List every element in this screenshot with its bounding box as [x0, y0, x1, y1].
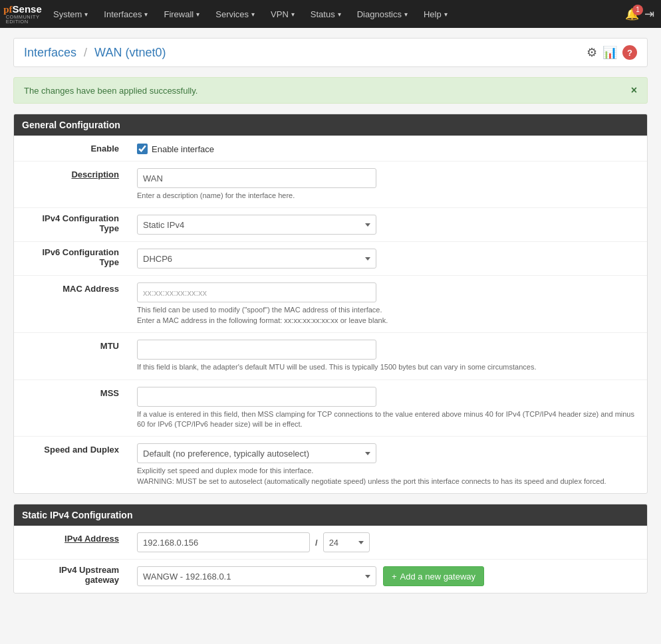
pfsense-logo: pfSense COMMUNITY EDITION [7, 3, 39, 25]
static-ipv4-header: Static IPv4 Configuration [14, 504, 647, 526]
mtu-input-cell: If this field is blank, the adapter's de… [127, 333, 647, 379]
nav-diagnostics[interactable]: Diagnostics ▾ [349, 0, 416, 28]
ipv4-address-row-inner: 192.168.0.156 / 32313029 28272625 242322… [137, 532, 639, 552]
mac-input[interactable] [137, 282, 376, 302]
mtu-row: MTU If this field is blank, the adapter'… [14, 333, 647, 379]
plus-icon: + [392, 572, 397, 582]
speed-duplex-input-cell: Default (no preference, typically autose… [127, 437, 647, 493]
speed-duplex-label: Speed and Duplex [14, 437, 127, 493]
cidr-select[interactable]: 32313029 28272625 24232221 20191817 16 [323, 532, 370, 552]
add-gateway-button[interactable]: + Add a new gateway [383, 566, 484, 586]
general-config-table: Enable Enable interface Description WAN … [14, 136, 647, 493]
nav-services[interactable]: Services ▾ [207, 0, 263, 28]
mac-input-cell: This field can be used to modify ("spoof… [127, 276, 647, 333]
ipv4-address-label: IPv4 Address [14, 526, 127, 560]
nav-status[interactable]: Status ▾ [303, 0, 349, 28]
ipv4-address-row: IPv4 Address 192.168.0.156 / 32313029 28… [14, 526, 647, 560]
description-input[interactable]: WAN [137, 168, 376, 188]
ipv4-type-select[interactable]: Static IPv4 DHCP None PPPoE [137, 215, 376, 235]
nav-firewall[interactable]: Firewall ▾ [156, 0, 207, 28]
chevron-down-icon: ▾ [444, 11, 448, 18]
breadcrumb-separator: / [84, 46, 87, 59]
description-help: Enter a description (name) for the inter… [137, 191, 639, 201]
navbar-right: 🔔 1 ⇥ [625, 7, 654, 21]
navbar: pfSense COMMUNITY EDITION System ▾ Inter… [0, 0, 661, 28]
nav-interfaces[interactable]: Interfaces ▾ [96, 0, 156, 28]
breadcrumb: Interfaces / WAN (vtnet0) ⚙ 📊 ? [13, 38, 648, 67]
chevron-down-icon: ▾ [338, 11, 341, 18]
description-label: Description [14, 161, 127, 208]
edition-label: COMMUNITY EDITION [6, 15, 40, 25]
enable-interface-checkbox[interactable] [137, 144, 148, 154]
nav-vpn[interactable]: VPN ▾ [263, 0, 303, 28]
enable-label: Enable [14, 136, 127, 161]
breadcrumb-parent[interactable]: Interfaces [24, 46, 76, 59]
nav-items: System ▾ Interfaces ▾ Firewall ▾ Service… [45, 0, 625, 28]
chevron-down-icon: ▾ [84, 11, 88, 18]
speed-duplex-help: Explicitly set speed and duplex mode for… [137, 466, 639, 486]
nav-system[interactable]: System ▾ [45, 0, 96, 28]
ipv6-type-select[interactable]: DHCP6 Static IPv6 None SLAAC [137, 249, 376, 268]
enable-row: Enable Enable interface [14, 136, 647, 161]
mtu-input[interactable] [137, 340, 376, 360]
mac-label: MAC Address [14, 276, 127, 333]
gateway-select[interactable]: WANGW - 192.168.0.1 None [137, 566, 376, 586]
slash-separator: / [315, 538, 318, 548]
enable-checkbox-label: Enable interface [137, 144, 639, 154]
chevron-down-icon: ▾ [196, 11, 199, 18]
success-alert: The changes have been applied successful… [13, 77, 648, 104]
mss-input-cell: If a value is entered in this field, the… [127, 379, 647, 437]
mss-input[interactable] [137, 387, 376, 407]
chevron-down-icon: ▾ [251, 11, 255, 18]
chevron-down-icon: ▾ [404, 11, 408, 18]
speed-duplex-select[interactable]: Default (no preference, typically autose… [137, 443, 376, 463]
ipv6-type-input-cell: DHCP6 Static IPv6 None SLAAC [127, 242, 647, 276]
mac-help: This field can be used to modify ("spoof… [137, 305, 639, 326]
breadcrumb-text: Interfaces / WAN (vtnet0) [24, 46, 166, 60]
mtu-help: If this field is blank, the adapter's de… [137, 362, 639, 372]
general-config-header: General Configuration [14, 114, 647, 136]
ipv4-gateway-label: IPv4 Upstreamgateway [14, 560, 127, 593]
general-config-section: General Configuration Enable Enable inte… [13, 114, 648, 494]
filter-icon[interactable]: ⚙ [587, 45, 597, 60]
alert-close-button[interactable]: × [631, 84, 637, 96]
ipv4-type-label: IPv4 ConfigurationType [14, 208, 127, 242]
speed-duplex-row: Speed and Duplex Default (no preference,… [14, 437, 647, 493]
mss-row: MSS If a value is entered in this field,… [14, 379, 647, 437]
static-ipv4-section: Static IPv4 Configuration IPv4 Address 1… [13, 504, 648, 593]
mss-help: If a value is entered in this field, the… [137, 409, 639, 430]
ipv6-type-row: IPv6 ConfigurationType DHCP6 Static IPv6… [14, 242, 647, 276]
ipv6-type-label: IPv6 ConfigurationType [14, 242, 127, 276]
chevron-down-icon: ▾ [144, 11, 148, 18]
ipv4-type-row: IPv4 ConfigurationType Static IPv4 DHCP … [14, 208, 647, 242]
nav-help[interactable]: Help ▾ [416, 0, 456, 28]
mtu-label: MTU [14, 333, 127, 379]
chevron-down-icon: ▾ [291, 11, 295, 18]
mss-label: MSS [14, 379, 127, 437]
description-row: Description WAN Enter a description (nam… [14, 161, 647, 208]
help-icon[interactable]: ? [622, 45, 637, 60]
ipv4-gateway-input-cell: WANGW - 192.168.0.1 None + Add a new gat… [127, 560, 647, 593]
enable-input-cell: Enable interface [127, 136, 647, 161]
gateway-row-inner: WANGW - 192.168.0.1 None + Add a new gat… [137, 566, 639, 586]
notifications-bell[interactable]: 🔔 1 [625, 7, 639, 21]
notification-count: 1 [632, 5, 643, 15]
breadcrumb-actions: ⚙ 📊 ? [587, 45, 637, 60]
ipv4-address-input-cell: 192.168.0.156 / 32313029 28272625 242322… [127, 526, 647, 560]
ipv4-address-input[interactable]: 192.168.0.156 [137, 532, 310, 552]
ipv4-type-input-cell: Static IPv4 DHCP None PPPoE [127, 208, 647, 242]
chart-icon[interactable]: 📊 [602, 45, 617, 60]
static-ipv4-table: IPv4 Address 192.168.0.156 / 32313029 28… [14, 526, 647, 593]
brand: pfSense COMMUNITY EDITION [7, 3, 39, 25]
mac-row: MAC Address This field can be used to mo… [14, 276, 647, 333]
ipv4-gateway-row: IPv4 Upstreamgateway WANGW - 192.168.0.1… [14, 560, 647, 593]
breadcrumb-current: WAN (vtnet0) [94, 46, 166, 59]
logout-icon[interactable]: ⇥ [644, 7, 654, 21]
alert-message: The changes have been applied successful… [24, 86, 198, 96]
description-input-cell: WAN Enter a description (name) for the i… [127, 161, 647, 208]
